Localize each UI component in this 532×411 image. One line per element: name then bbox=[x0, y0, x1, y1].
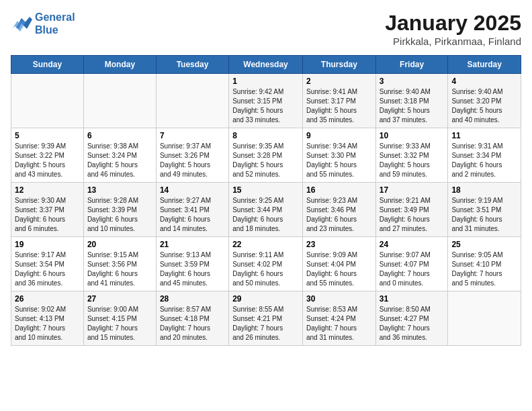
day-number: 8 bbox=[232, 131, 299, 140]
day-info: Sunrise: 9:35 AM Sunset: 3:28 PM Dayligh… bbox=[232, 142, 299, 179]
day-header-thursday: Thursday bbox=[302, 56, 375, 74]
calendar-cell: 30Sunrise: 8:53 AM Sunset: 4:24 PM Dayli… bbox=[302, 291, 375, 346]
calendar-table: SundayMondayTuesdayWednesdayThursdayFrid… bbox=[11, 55, 521, 346]
calendar-cell: 18Sunrise: 9:19 AM Sunset: 3:51 PM Dayli… bbox=[448, 183, 521, 237]
day-number: 20 bbox=[87, 240, 152, 249]
calendar-cell: 19Sunrise: 9:17 AM Sunset: 3:54 PM Dayli… bbox=[11, 237, 84, 291]
calendar-cell: 22Sunrise: 9:11 AM Sunset: 4:02 PM Dayli… bbox=[229, 237, 303, 291]
day-header-tuesday: Tuesday bbox=[156, 56, 228, 74]
day-number: 6 bbox=[87, 131, 152, 140]
day-info: Sunrise: 9:07 AM Sunset: 4:07 PM Dayligh… bbox=[380, 250, 445, 288]
day-info: Sunrise: 8:50 AM Sunset: 4:27 PM Dayligh… bbox=[380, 305, 445, 342]
day-number: 1 bbox=[232, 77, 299, 86]
day-number: 27 bbox=[87, 294, 152, 304]
calendar-cell: 3Sunrise: 9:40 AM Sunset: 3:18 PM Daylig… bbox=[375, 74, 448, 128]
calendar-cell: 7Sunrise: 9:37 AM Sunset: 3:26 PM Daylig… bbox=[156, 128, 228, 183]
calendar-cell: 11Sunrise: 9:31 AM Sunset: 3:34 PM Dayli… bbox=[448, 128, 521, 183]
calendar-cell: 10Sunrise: 9:33 AM Sunset: 3:32 PM Dayli… bbox=[375, 128, 448, 183]
day-number: 9 bbox=[306, 131, 372, 140]
day-info: Sunrise: 9:37 AM Sunset: 3:26 PM Dayligh… bbox=[160, 142, 225, 179]
calendar-cell: 8Sunrise: 9:35 AM Sunset: 3:28 PM Daylig… bbox=[229, 128, 303, 183]
days-of-week-row: SundayMondayTuesdayWednesdayThursdayFrid… bbox=[11, 56, 521, 74]
calendar-week-1: 1Sunrise: 9:42 AM Sunset: 3:15 PM Daylig… bbox=[11, 74, 521, 128]
day-info: Sunrise: 9:17 AM Sunset: 3:54 PM Dayligh… bbox=[15, 250, 80, 288]
day-info: Sunrise: 9:34 AM Sunset: 3:30 PM Dayligh… bbox=[306, 142, 372, 179]
calendar-cell: 13Sunrise: 9:28 AM Sunset: 3:39 PM Dayli… bbox=[83, 183, 156, 237]
calendar-cell: 23Sunrise: 9:09 AM Sunset: 4:04 PM Dayli… bbox=[302, 237, 375, 291]
calendar-cell: 5Sunrise: 9:39 AM Sunset: 3:22 PM Daylig… bbox=[11, 128, 84, 183]
calendar-cell: 27Sunrise: 9:00 AM Sunset: 4:15 PM Dayli… bbox=[83, 291, 156, 346]
day-header-wednesday: Wednesday bbox=[229, 56, 303, 74]
day-number: 2 bbox=[306, 77, 372, 86]
location-subtitle: Pirkkala, Pirkanmaa, Finland bbox=[385, 36, 521, 47]
day-number: 14 bbox=[160, 185, 225, 195]
logo-icon bbox=[11, 14, 32, 33]
day-number: 21 bbox=[160, 240, 225, 249]
calendar-cell bbox=[11, 74, 84, 128]
day-number: 7 bbox=[160, 131, 225, 140]
day-header-saturday: Saturday bbox=[448, 56, 521, 74]
calendar-week-3: 12Sunrise: 9:30 AM Sunset: 3:37 PM Dayli… bbox=[11, 183, 521, 237]
day-info: Sunrise: 9:30 AM Sunset: 3:37 PM Dayligh… bbox=[15, 196, 80, 234]
day-info: Sunrise: 9:19 AM Sunset: 3:51 PM Dayligh… bbox=[451, 196, 517, 234]
day-number: 15 bbox=[232, 185, 299, 195]
day-info: Sunrise: 9:11 AM Sunset: 4:02 PM Dayligh… bbox=[232, 250, 299, 288]
day-info: Sunrise: 9:13 AM Sunset: 3:59 PM Dayligh… bbox=[160, 250, 225, 288]
day-number: 26 bbox=[15, 294, 80, 304]
day-number: 11 bbox=[451, 131, 517, 140]
day-info: Sunrise: 8:53 AM Sunset: 4:24 PM Dayligh… bbox=[306, 305, 372, 342]
calendar-header: SundayMondayTuesdayWednesdayThursdayFrid… bbox=[11, 56, 521, 74]
day-number: 4 bbox=[451, 77, 517, 86]
day-info: Sunrise: 9:05 AM Sunset: 4:10 PM Dayligh… bbox=[451, 250, 517, 288]
calendar-cell: 4Sunrise: 9:40 AM Sunset: 3:20 PM Daylig… bbox=[448, 74, 521, 128]
calendar-cell: 16Sunrise: 9:23 AM Sunset: 3:46 PM Dayli… bbox=[302, 183, 375, 237]
day-number: 19 bbox=[15, 240, 80, 249]
day-info: Sunrise: 9:33 AM Sunset: 3:32 PM Dayligh… bbox=[380, 142, 445, 179]
calendar-cell: 20Sunrise: 9:15 AM Sunset: 3:56 PM Dayli… bbox=[83, 237, 156, 291]
day-info: Sunrise: 9:00 AM Sunset: 4:15 PM Dayligh… bbox=[87, 305, 152, 342]
calendar-cell: 31Sunrise: 8:50 AM Sunset: 4:27 PM Dayli… bbox=[375, 291, 448, 346]
logo: General Blue bbox=[11, 11, 75, 36]
day-header-sunday: Sunday bbox=[11, 56, 84, 74]
title-block: January 2025 Pirkkala, Pirkanmaa, Finlan… bbox=[385, 11, 521, 47]
day-info: Sunrise: 9:38 AM Sunset: 3:24 PM Dayligh… bbox=[87, 142, 152, 179]
day-info: Sunrise: 8:57 AM Sunset: 4:18 PM Dayligh… bbox=[160, 305, 225, 342]
day-info: Sunrise: 9:31 AM Sunset: 3:34 PM Dayligh… bbox=[451, 142, 517, 179]
calendar-cell bbox=[448, 291, 521, 346]
day-number: 16 bbox=[306, 185, 372, 195]
day-info: Sunrise: 9:40 AM Sunset: 3:20 PM Dayligh… bbox=[451, 87, 517, 125]
calendar-week-2: 5Sunrise: 9:39 AM Sunset: 3:22 PM Daylig… bbox=[11, 128, 521, 183]
day-header-friday: Friday bbox=[375, 56, 448, 74]
day-info: Sunrise: 9:25 AM Sunset: 3:44 PM Dayligh… bbox=[232, 196, 299, 234]
day-number: 22 bbox=[232, 240, 299, 249]
day-info: Sunrise: 9:09 AM Sunset: 4:04 PM Dayligh… bbox=[306, 250, 372, 288]
calendar-cell: 17Sunrise: 9:21 AM Sunset: 3:49 PM Dayli… bbox=[375, 183, 448, 237]
day-number: 25 bbox=[451, 240, 517, 249]
day-info: Sunrise: 9:02 AM Sunset: 4:13 PM Dayligh… bbox=[15, 305, 80, 342]
calendar-cell: 25Sunrise: 9:05 AM Sunset: 4:10 PM Dayli… bbox=[448, 237, 521, 291]
calendar-cell: 6Sunrise: 9:38 AM Sunset: 3:24 PM Daylig… bbox=[83, 128, 156, 183]
day-number: 24 bbox=[380, 240, 445, 249]
calendar-week-5: 26Sunrise: 9:02 AM Sunset: 4:13 PM Dayli… bbox=[11, 291, 521, 346]
month-title: January 2025 bbox=[385, 11, 521, 36]
calendar-week-4: 19Sunrise: 9:17 AM Sunset: 3:54 PM Dayli… bbox=[11, 237, 521, 291]
day-number: 10 bbox=[380, 131, 445, 140]
day-info: Sunrise: 9:42 AM Sunset: 3:15 PM Dayligh… bbox=[232, 87, 299, 125]
calendar-cell: 9Sunrise: 9:34 AM Sunset: 3:30 PM Daylig… bbox=[302, 128, 375, 183]
day-number: 31 bbox=[380, 294, 445, 304]
day-number: 29 bbox=[232, 294, 299, 304]
logo-general: General bbox=[35, 11, 75, 23]
logo-text: General Blue bbox=[35, 11, 75, 36]
calendar-cell: 29Sunrise: 8:55 AM Sunset: 4:21 PM Dayli… bbox=[229, 291, 303, 346]
day-info: Sunrise: 9:21 AM Sunset: 3:49 PM Dayligh… bbox=[380, 196, 445, 234]
calendar-cell: 26Sunrise: 9:02 AM Sunset: 4:13 PM Dayli… bbox=[11, 291, 84, 346]
day-info: Sunrise: 9:23 AM Sunset: 3:46 PM Dayligh… bbox=[306, 196, 372, 234]
day-number: 30 bbox=[306, 294, 372, 304]
day-number: 12 bbox=[15, 185, 80, 195]
page-header: General Blue January 2025 Pirkkala, Pirk… bbox=[11, 11, 521, 47]
day-header-monday: Monday bbox=[83, 56, 156, 74]
calendar-cell: 28Sunrise: 8:57 AM Sunset: 4:18 PM Dayli… bbox=[156, 291, 228, 346]
logo-blue: Blue bbox=[35, 24, 75, 36]
day-number: 23 bbox=[306, 240, 372, 249]
calendar-cell: 12Sunrise: 9:30 AM Sunset: 3:37 PM Dayli… bbox=[11, 183, 84, 237]
